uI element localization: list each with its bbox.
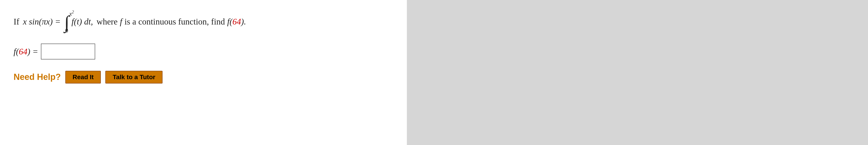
main-content: If x sin(πx) = x2 ∫ 0 f(t) dt, where f i… bbox=[0, 0, 407, 145]
condition-text: is a continuous function, find bbox=[125, 15, 225, 29]
f-variable: f bbox=[120, 15, 122, 29]
integral-symbol-char: ∫ bbox=[64, 16, 69, 29]
read-it-button[interactable]: Read It bbox=[65, 71, 101, 83]
condition-where: where bbox=[96, 15, 118, 29]
integrand: f(t) dt, bbox=[71, 15, 93, 29]
lhs-expression: x sin(πx) = bbox=[23, 15, 61, 29]
gray-area bbox=[407, 0, 868, 145]
help-row: Need Help? Read It Talk to a Tutor bbox=[13, 71, 393, 83]
integral-sign: x2 ∫ 0 bbox=[64, 9, 69, 34]
upper-limit: x2 bbox=[69, 10, 74, 17]
answer-row: f(64) = bbox=[13, 44, 393, 59]
answer-label: f(64) = bbox=[13, 47, 38, 56]
find-value: f(64). bbox=[227, 15, 246, 29]
problem-statement: If x sin(πx) = x2 ∫ 0 f(t) dt, where f i… bbox=[13, 9, 393, 34]
if-label: If bbox=[13, 15, 19, 29]
talk-to-tutor-button[interactable]: Talk to a Tutor bbox=[105, 71, 162, 83]
need-help-label: Need Help? bbox=[13, 72, 61, 82]
answer-input[interactable] bbox=[41, 44, 95, 59]
lower-limit: 0 bbox=[65, 28, 68, 33]
